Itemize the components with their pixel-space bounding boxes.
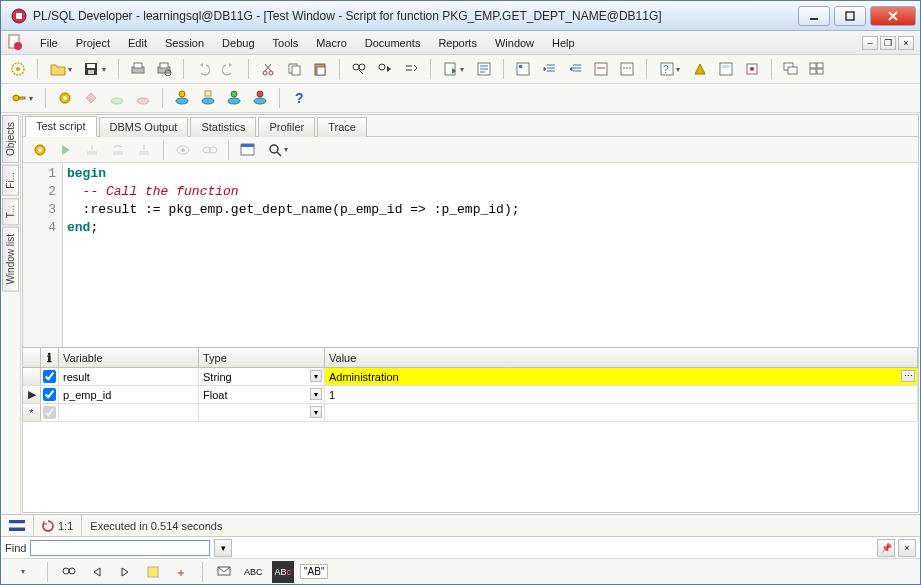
eye-button[interactable] [172, 139, 194, 161]
gear-run-button[interactable] [29, 139, 51, 161]
db-step4-button[interactable] [249, 87, 271, 109]
var-value[interactable]: Administration⋯ [325, 368, 918, 385]
describe-button[interactable]: ?▾ [655, 58, 685, 80]
mdi-close-button[interactable]: × [898, 36, 914, 50]
break-button[interactable] [80, 87, 102, 109]
menu-window[interactable]: Window [486, 34, 543, 52]
menu-edit[interactable]: Edit [119, 34, 156, 52]
row-check[interactable] [41, 386, 59, 403]
next-button[interactable] [114, 561, 136, 583]
bookmark-button[interactable] [170, 561, 192, 583]
mdi-restore-button[interactable]: ❐ [880, 36, 896, 50]
side-tab-objects[interactable]: Objects [2, 115, 19, 163]
status-refresh[interactable]: 1:1 [34, 515, 82, 536]
help-button[interactable]: ? [288, 87, 310, 109]
undo-button[interactable] [192, 58, 214, 80]
find-button[interactable] [348, 58, 370, 80]
mdi-minimize-button[interactable]: – [862, 36, 878, 50]
type-dropdown-icon[interactable]: ▾ [310, 388, 322, 400]
row-check[interactable] [41, 404, 59, 421]
menu-file[interactable]: File [31, 34, 67, 52]
side-tab-files[interactable]: Fi... [2, 165, 19, 196]
code-assist-button[interactable] [689, 58, 711, 80]
commit-button[interactable] [106, 87, 128, 109]
var-name[interactable]: p_emp_id [59, 386, 199, 403]
watch-button[interactable] [198, 139, 220, 161]
menu-project[interactable]: Project [67, 34, 119, 52]
indent-button[interactable] [538, 58, 560, 80]
message-button[interactable] [213, 561, 235, 583]
code-editor[interactable]: 1 2 3 4 begin -- Call the function :resu… [23, 163, 918, 348]
tab-statistics[interactable]: Statistics [190, 117, 256, 137]
unindent-button[interactable] [564, 58, 586, 80]
var-row[interactable]: ▶ p_emp_id Float▾ 1 [23, 386, 918, 404]
template-button[interactable] [715, 58, 737, 80]
menu-debug[interactable]: Debug [213, 34, 263, 52]
db-step2-button[interactable] [197, 87, 219, 109]
redo-button[interactable] [218, 58, 240, 80]
save-button[interactable]: ▾ [80, 58, 110, 80]
var-row[interactable]: result String▾ Administration⋯ [23, 368, 918, 386]
beautify-button[interactable] [512, 58, 534, 80]
col-type[interactable]: Type [199, 348, 325, 367]
step-into-button[interactable] [81, 139, 103, 161]
execute-button[interactable]: ▾ [439, 58, 469, 80]
step-over-button[interactable] [107, 139, 129, 161]
menu-reports[interactable]: Reports [429, 34, 486, 52]
side-tab-t[interactable]: T... [2, 198, 19, 225]
var-value[interactable]: 1 [325, 386, 918, 403]
uncomment-button[interactable] [616, 58, 638, 80]
code-area[interactable]: begin -- Call the function :result := pk… [63, 163, 918, 347]
copy-button[interactable] [283, 58, 305, 80]
sql-window-button[interactable] [237, 139, 259, 161]
key-button[interactable]: ▾ [7, 87, 37, 109]
tab-test-script[interactable]: Test script [25, 116, 97, 137]
open-button[interactable]: ▾ [46, 58, 76, 80]
var-name[interactable]: result [59, 368, 199, 385]
var-type[interactable]: String▾ [199, 368, 325, 385]
var-type[interactable]: ▾ [199, 404, 325, 421]
tile-button[interactable] [806, 58, 828, 80]
case-button[interactable]: ABC [241, 561, 266, 583]
recall-button[interactable] [741, 58, 763, 80]
case-neg-button[interactable]: ABc [272, 561, 295, 583]
explain-button[interactable] [473, 58, 495, 80]
menu-tools[interactable]: Tools [264, 34, 308, 52]
window-maximize-button[interactable] [834, 6, 866, 26]
window-list-button[interactable] [780, 58, 802, 80]
col-value[interactable]: Value [325, 348, 918, 367]
tab-trace[interactable]: Trace [317, 117, 367, 137]
window-minimize-button[interactable] [798, 6, 830, 26]
side-tab-window-list[interactable]: Window list [2, 227, 19, 292]
var-name[interactable] [59, 404, 199, 421]
find-pin-button[interactable]: 📌 [877, 539, 895, 557]
bottom-dropdown-button[interactable]: ▾ [7, 561, 37, 583]
var-value[interactable] [325, 404, 918, 421]
rollback-button[interactable] [132, 87, 154, 109]
comment-button[interactable] [590, 58, 612, 80]
menu-help[interactable]: Help [543, 34, 584, 52]
replace-button[interactable] [400, 58, 422, 80]
menu-documents[interactable]: Documents [356, 34, 430, 52]
step-button[interactable] [55, 139, 77, 161]
tab-dbms-output[interactable]: DBMS Output [99, 117, 189, 137]
type-dropdown-icon[interactable]: ▾ [310, 370, 322, 382]
db-step3-button[interactable] [223, 87, 245, 109]
menu-session[interactable]: Session [156, 34, 213, 52]
cut-button[interactable] [257, 58, 279, 80]
var-row-new[interactable]: * ▾ [23, 404, 918, 422]
row-check[interactable] [41, 368, 59, 385]
print-preview-button[interactable] [153, 58, 175, 80]
find-dropdown-button[interactable]: ▾ [214, 539, 232, 557]
type-dropdown-icon[interactable]: ▾ [310, 406, 322, 418]
step-out-button[interactable] [133, 139, 155, 161]
find-next-button[interactable] [374, 58, 396, 80]
highlight-button[interactable] [142, 561, 164, 583]
window-close-button[interactable] [870, 6, 916, 26]
prev-button[interactable] [86, 561, 108, 583]
paste-button[interactable] [309, 58, 331, 80]
new-button[interactable] [7, 58, 29, 80]
find-icon[interactable] [58, 561, 80, 583]
db-step1-button[interactable] [171, 87, 193, 109]
menu-macro[interactable]: Macro [307, 34, 356, 52]
